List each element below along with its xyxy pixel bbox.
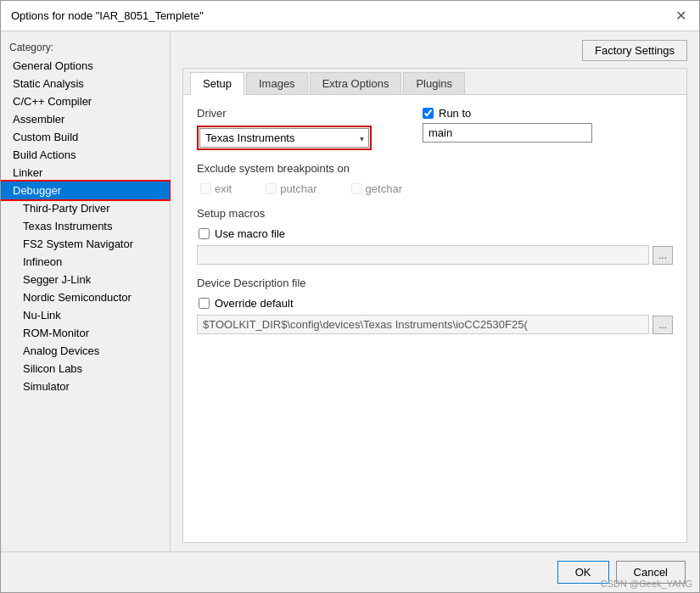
- macro-section: Setup macros Use macro file ...: [197, 207, 673, 265]
- driver-label: Driver: [197, 107, 372, 120]
- use-macro-checkbox[interactable]: [199, 228, 210, 239]
- sidebar-item-nu-link[interactable]: Nu-Link: [1, 306, 170, 324]
- run-to-label: Run to: [439, 107, 471, 120]
- sidebar-item-cpp-compiler[interactable]: C/C++ Compiler: [1, 92, 170, 110]
- dialog-window: Options for node "IAR_8051_Templete" ✕ C…: [0, 0, 700, 593]
- macro-input-row: ...: [197, 245, 673, 265]
- exclude-getchar: getchar: [351, 182, 402, 195]
- exclude-section: Exclude system breakpoints on exit putch…: [197, 162, 673, 195]
- exclude-exit: exit: [200, 182, 232, 195]
- sidebar-item-linker[interactable]: Linker: [1, 164, 170, 182]
- exit-label: exit: [215, 182, 232, 195]
- override-row: Override default: [199, 297, 673, 310]
- sidebar-item-general-options[interactable]: General Options: [1, 57, 170, 75]
- use-macro-label: Use macro file: [215, 227, 285, 240]
- sidebar-item-analog-devices[interactable]: Analog Devices: [1, 342, 170, 360]
- sidebar-item-custom-build[interactable]: Custom Build: [1, 128, 170, 146]
- exclude-label: Exclude system breakpoints on: [197, 162, 673, 175]
- getchar-checkbox: [351, 183, 362, 194]
- override-checkbox[interactable]: [199, 298, 210, 309]
- sidebar-item-build-actions[interactable]: Build Actions: [1, 146, 170, 164]
- sidebar-item-fs2-navigator[interactable]: FS2 System Navigator: [1, 235, 170, 253]
- getchar-label: getchar: [366, 182, 402, 195]
- dialog-title: Options for node "IAR_8051_Templete": [11, 9, 204, 22]
- macro-row: Use macro file: [199, 227, 673, 240]
- device-desc-label: Device Description file: [197, 277, 673, 289]
- run-to-input[interactable]: main: [423, 123, 592, 143]
- tab-plugins[interactable]: Plugins: [403, 72, 465, 94]
- driver-select-container: Texas InstrumentsThird-Party DriverFS2 S…: [199, 128, 369, 148]
- sidebar-item-debugger[interactable]: Debugger: [1, 182, 170, 199]
- driver-section: Driver Texas InstrumentsThird-Party Driv…: [197, 107, 673, 150]
- setup-macros-label: Setup macros: [197, 207, 673, 220]
- putchar-checkbox: [266, 183, 277, 194]
- device-browse-button[interactable]: ...: [652, 316, 673, 334]
- dialog-body: Category: General OptionsStatic Analysis…: [1, 31, 699, 551]
- sidebar-item-segger-jlink[interactable]: Segger J-Link: [1, 271, 170, 288]
- category-label: Category:: [1, 38, 170, 57]
- macro-browse-button[interactable]: ...: [652, 246, 673, 265]
- main-content: Factory Settings SetupImagesExtra Option…: [171, 31, 699, 551]
- run-to-col: Run to main: [423, 107, 592, 143]
- tab-images[interactable]: Images: [246, 72, 308, 94]
- factory-settings-button[interactable]: Factory Settings: [582, 40, 687, 61]
- device-input[interactable]: [197, 315, 649, 334]
- driver-select-wrapper: Texas InstrumentsThird-Party DriverFS2 S…: [197, 126, 372, 150]
- tab-extra-options[interactable]: Extra Options: [310, 72, 402, 94]
- close-button[interactable]: ✕: [672, 8, 689, 25]
- exclude-checkboxes: exit putchar getchar: [200, 182, 673, 195]
- device-section: Device Description file Override default…: [197, 277, 673, 334]
- title-bar: Options for node "IAR_8051_Templete" ✕: [1, 1, 699, 31]
- tabs: SetupImagesExtra OptionsPlugins: [183, 69, 686, 95]
- options-panel: SetupImagesExtra OptionsPlugins Driver T…: [182, 68, 687, 543]
- exit-checkbox: [200, 183, 211, 194]
- macro-input[interactable]: [197, 245, 649, 265]
- tab-setup[interactable]: Setup: [190, 72, 244, 95]
- sidebar-item-silicon-labs[interactable]: Silicon Labs: [1, 360, 170, 378]
- putchar-label: putchar: [280, 182, 316, 195]
- tab-content: Driver Texas InstrumentsThird-Party Driv…: [183, 95, 686, 542]
- device-input-row: ...: [197, 315, 673, 334]
- sidebar-item-texas-instruments[interactable]: Texas Instruments: [1, 217, 170, 235]
- sidebar-item-assembler[interactable]: Assembler: [1, 110, 170, 128]
- override-label: Override default: [215, 297, 294, 310]
- factory-btn-row: Factory Settings: [182, 40, 687, 61]
- sidebar: Category: General OptionsStatic Analysis…: [1, 31, 171, 551]
- dialog-footer: OK Cancel: [1, 551, 699, 592]
- sidebar-item-rom-monitor[interactable]: ROM-Monitor: [1, 324, 170, 342]
- sidebar-item-static-analysis[interactable]: Static Analysis: [1, 75, 170, 92]
- exclude-putchar: putchar: [266, 182, 316, 195]
- driver-select[interactable]: Texas InstrumentsThird-Party DriverFS2 S…: [199, 128, 369, 148]
- run-to-row: Run to: [423, 107, 592, 120]
- sidebar-item-infineon[interactable]: Infineon: [1, 253, 170, 271]
- sidebar-item-simulator[interactable]: Simulator: [1, 378, 170, 395]
- run-to-checkbox[interactable]: [423, 108, 434, 119]
- sidebar-item-third-party-driver[interactable]: Third-Party Driver: [1, 199, 170, 217]
- sidebar-item-nordic-semi[interactable]: Nordic Semiconductor: [1, 288, 170, 306]
- watermark: CSDN @Geek_YANG: [601, 579, 692, 589]
- driver-col: Driver Texas InstrumentsThird-Party Driv…: [197, 107, 372, 150]
